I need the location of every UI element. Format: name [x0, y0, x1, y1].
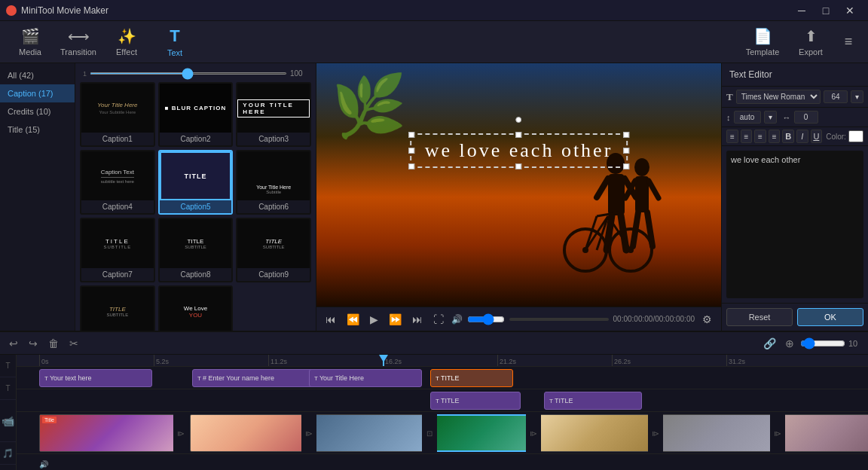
- clip-icon-5: T: [436, 398, 439, 404]
- timeline-side-icons: T T 📹 🎵: [0, 355, 17, 470]
- timeline-zoom-slider[interactable]: [800, 337, 845, 349]
- maximize-button[interactable]: □: [814, 0, 838, 21]
- transition-3: ⊡: [422, 414, 437, 452]
- volume-slider[interactable]: [467, 313, 505, 325]
- line-height-dropdown[interactable]: ▾: [764, 111, 777, 124]
- video-clip-2[interactable]: [190, 414, 307, 452]
- export-icon: ⬆: [805, 27, 818, 45]
- menu-button[interactable]: ≡: [836, 30, 860, 54]
- svg-line-9: [649, 181, 659, 198]
- media-icon: 🎬: [21, 27, 40, 45]
- caption-item-9[interactable]: TITLE SUBTITLE Caption9: [236, 218, 311, 282]
- font-size-dropdown[interactable]: ▾: [851, 90, 863, 103]
- font-family-select[interactable]: Times New Roman: [736, 90, 821, 104]
- caption-item-8[interactable]: TITLE SUBTITLE Caption8: [158, 218, 234, 282]
- ok-button[interactable]: OK: [797, 308, 863, 326]
- color-swatch[interactable]: [848, 130, 863, 142]
- app-title: MiniTool Movie Maker: [21, 5, 108, 16]
- caption-label-7: Caption7: [81, 268, 154, 281]
- caption-thumb-4: Caption Text subtitle text here: [81, 151, 154, 200]
- category-all[interactable]: All (42): [0, 66, 75, 84]
- close-button[interactable]: ✕: [838, 0, 862, 21]
- audio-track-label: 🔊: [39, 460, 48, 468]
- toolbar-media[interactable]: 🎬 Media: [8, 24, 53, 60]
- category-title[interactable]: Title (15): [0, 121, 75, 139]
- caption-item-11[interactable]: We Love YOU Caption11: [158, 285, 234, 331]
- toolbar-template[interactable]: 📄 Template: [740, 24, 785, 60]
- transition-1: ⧐: [173, 414, 188, 452]
- toolbar-text[interactable]: T Text: [152, 24, 197, 60]
- text-clip-3[interactable]: T Your Title Here: [309, 369, 422, 387]
- play-button[interactable]: ▶: [367, 312, 381, 327]
- scene-tree: 🌿: [332, 71, 407, 142]
- category-credits[interactable]: Credits (10): [0, 102, 75, 121]
- delete-button[interactable]: 🗑: [45, 336, 62, 351]
- ruler-mark-6: 31.2s: [726, 355, 745, 366]
- ruler-mark-1: 5.2s: [154, 355, 169, 366]
- reset-button[interactable]: Reset: [726, 308, 793, 326]
- preview-progress-bar[interactable]: [509, 318, 609, 321]
- grid-header: 1 100: [80, 68, 311, 82]
- caption-item-4[interactable]: Caption Text subtitle text here Caption4: [80, 150, 155, 215]
- text-clip-1[interactable]: T Your text here: [39, 369, 152, 387]
- fullscreen-button[interactable]: ⛶: [430, 312, 447, 327]
- line-height-input[interactable]: [734, 111, 761, 124]
- minimize-button[interactable]: ─: [790, 0, 814, 21]
- caption-item-7[interactable]: TITLE SUBTITLE Caption7: [80, 218, 155, 282]
- next-frame-button[interactable]: ⏩: [386, 312, 405, 327]
- text-clip-5[interactable]: T TITLE: [430, 392, 521, 410]
- cut-button[interactable]: ✂: [66, 336, 81, 351]
- align-center-button[interactable]: ≡: [741, 130, 753, 143]
- font-size-input[interactable]: [824, 90, 848, 103]
- caption-thumb-10: TITLE SUBTITLE: [81, 287, 154, 331]
- text-clip-4-selected[interactable]: T TITLE: [430, 369, 513, 387]
- text-preview[interactable]: we love each other: [726, 151, 863, 298]
- undo-button[interactable]: ↩: [6, 336, 21, 351]
- redo-button[interactable]: ↪: [26, 336, 41, 351]
- zoom-slider[interactable]: [90, 72, 287, 75]
- clip-icon-2: T: [197, 375, 201, 382]
- align-left-button[interactable]: ≡: [726, 130, 738, 143]
- toolbar-template-label: Template: [746, 47, 780, 56]
- play-end-button[interactable]: ⏭: [409, 312, 426, 327]
- category-caption[interactable]: Caption (17): [0, 84, 75, 102]
- toolbar-export[interactable]: ⬆ Export: [788, 24, 833, 60]
- align-right-button[interactable]: ≡: [754, 130, 766, 143]
- link-button[interactable]: 🔗: [760, 336, 779, 351]
- format-row: ≡ ≡ ≡ ≡ B I U Color:: [722, 127, 868, 146]
- caption-item-5[interactable]: TITLE Caption5: [158, 150, 234, 215]
- svg-point-6: [634, 158, 649, 176]
- play-start-button[interactable]: ⏮: [322, 312, 339, 327]
- video-track: Title ⧐ ⧐ ⊡ ⧐ ⧐: [17, 412, 868, 454]
- caption-item-2[interactable]: ■ BLUR CAPTION Caption2: [158, 82, 234, 147]
- timeline-content[interactable]: 0s 5.2s 11.2s 16.2s 21.2s 26.2s 31.2s T …: [17, 355, 868, 470]
- text-clip-6[interactable]: T TITLE: [544, 392, 642, 410]
- video-clip-7[interactable]: [781, 414, 868, 452]
- main-toolbar: 🎬 Media ⟷ Transition ✨ Effect T Text 📄 T…: [0, 21, 868, 63]
- italic-button[interactable]: I: [796, 130, 808, 143]
- bold-button[interactable]: B: [782, 130, 794, 143]
- caption-thumb-6: Your Title Here Subtitle: [237, 151, 310, 200]
- prev-frame-button[interactable]: ⏪: [344, 312, 362, 327]
- split-button[interactable]: ⊕: [782, 336, 797, 351]
- text-clip-2[interactable]: T # Enter Your name here: [192, 369, 328, 387]
- caption-item-10[interactable]: TITLE SUBTITLE Caption10: [80, 285, 155, 331]
- svg-line-2: [597, 179, 608, 197]
- letter-spacing-input[interactable]: [794, 111, 818, 124]
- align-justify-button[interactable]: ≡: [769, 130, 781, 143]
- settings-button[interactable]: ⚙: [699, 312, 715, 327]
- video-clip-4[interactable]: [433, 414, 531, 452]
- video-clip-6[interactable]: [659, 414, 775, 452]
- toolbar-effect[interactable]: ✨ Effect: [104, 24, 149, 60]
- caption-item-6[interactable]: Your Title Here Subtitle Caption6: [236, 150, 311, 215]
- video-clip-3[interactable]: [314, 414, 427, 452]
- text-content: we love each other: [731, 155, 800, 164]
- caption-item-1[interactable]: Your Title Here Your Subtitle Here Capti…: [80, 82, 155, 147]
- preview-scene: 🌿: [316, 63, 721, 307]
- toolbar-transition[interactable]: ⟷ Transition: [56, 24, 101, 60]
- playhead: [383, 355, 384, 366]
- video-clip-1[interactable]: Title: [39, 414, 179, 452]
- underline-button[interactable]: U: [811, 130, 823, 143]
- caption-item-3[interactable]: YOUR TITLE HERE Caption3: [236, 82, 311, 147]
- video-clip-5[interactable]: [536, 414, 653, 452]
